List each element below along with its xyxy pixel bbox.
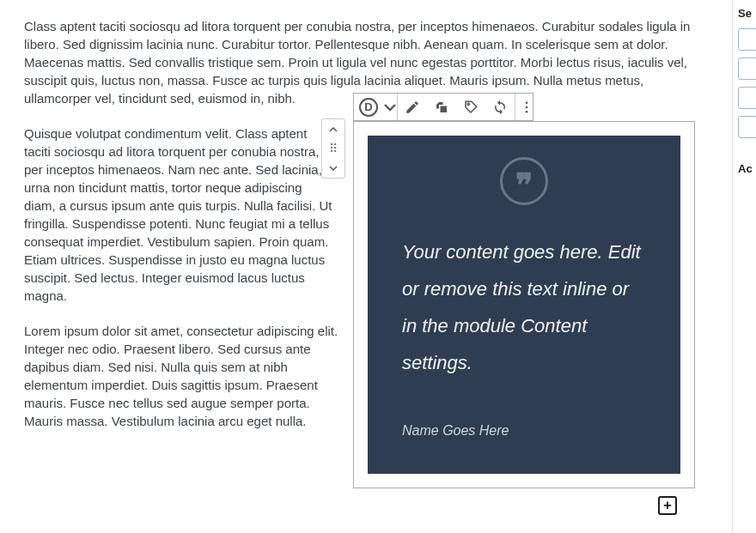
quote-glyph-icon: ❞ [515, 178, 533, 194]
settings-sidebar: Se Ac [732, 0, 756, 533]
tag-icon [463, 100, 479, 115]
block-body[interactable]: ❞ Your content goes here. Edit or remove… [353, 121, 695, 488]
quote-icon: ❞ [500, 157, 548, 205]
testimonial-block: ⠿ D [322, 93, 697, 488]
add-block-button[interactable]: + [658, 496, 677, 515]
sidebar-section-label: Se [738, 7, 751, 20]
pencil-icon [405, 100, 420, 115]
sidebar-button[interactable] [738, 87, 756, 109]
paragraph-block[interactable]: Quisque volutpat condimentum velit. Clas… [24, 124, 333, 305]
testimonial-module[interactable]: ❞ Your content goes here. Edit or remove… [368, 136, 680, 474]
block-move-handle[interactable]: ⠿ [321, 118, 345, 179]
sidebar-button[interactable] [738, 58, 756, 80]
duplicate-button[interactable] [427, 93, 456, 121]
sidebar-section-label: Ac [738, 162, 751, 175]
plus-icon: + [663, 497, 672, 514]
move-down-button[interactable] [329, 158, 338, 178]
move-up-button[interactable] [329, 119, 338, 139]
toolbar-dropdown-button[interactable] [383, 93, 397, 121]
block-toolbar: D [353, 93, 533, 121]
sync-icon [492, 100, 508, 115]
svg-point-2 [526, 110, 528, 112]
sync-button[interactable] [485, 93, 515, 121]
drag-handle-icon[interactable]: ⠿ [329, 139, 338, 158]
testimonial-author[interactable]: Name Goes Here [402, 423, 646, 439]
edit-button[interactable] [398, 93, 427, 121]
testimonial-content[interactable]: Your content goes here. Edit or remove t… [402, 234, 646, 382]
more-options-button[interactable] [515, 93, 538, 121]
divi-block-button[interactable]: D [354, 93, 383, 121]
tag-button[interactable] [456, 93, 485, 121]
kebab-icon [519, 100, 534, 115]
svg-point-1 [526, 106, 528, 108]
svg-point-0 [526, 101, 528, 104]
sidebar-button[interactable] [738, 28, 756, 51]
duplicate-icon [434, 100, 449, 115]
paragraph-block[interactable]: Lorem ipsum dolor sit amet, consectetur … [24, 322, 342, 430]
divi-logo-icon: D [359, 98, 378, 117]
sidebar-button[interactable] [738, 116, 756, 138]
